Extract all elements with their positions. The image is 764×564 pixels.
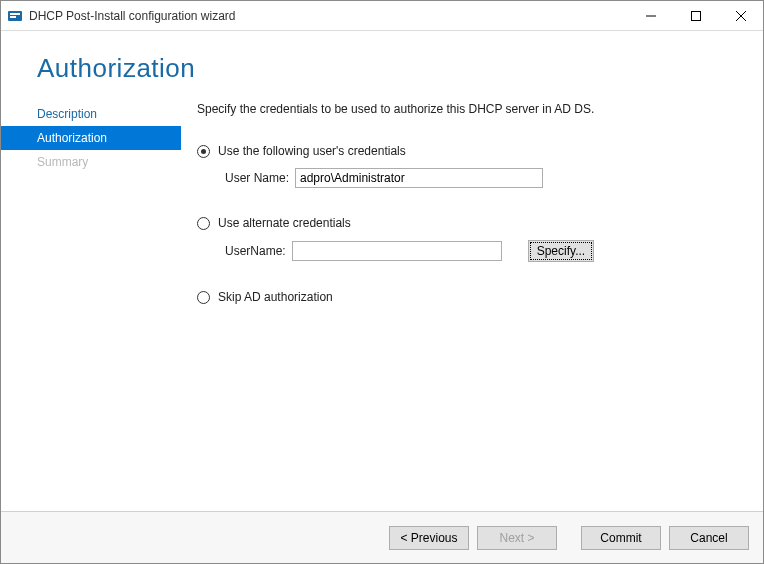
- alt-username-field-row: UserName: Specify...: [225, 240, 735, 262]
- option-label: Skip AD authorization: [218, 290, 333, 304]
- alt-username-input[interactable]: [292, 241, 502, 261]
- option-label: Use the following user's credentials: [218, 144, 406, 158]
- option-use-following-credentials[interactable]: Use the following user's credentials: [197, 144, 735, 158]
- window-controls: [628, 1, 763, 30]
- maximize-button[interactable]: [673, 1, 718, 30]
- option-use-alternate-credentials[interactable]: Use alternate credentials: [197, 216, 735, 230]
- alt-username-label: UserName:: [225, 244, 286, 258]
- close-button[interactable]: [718, 1, 763, 30]
- radio-icon[interactable]: [197, 145, 210, 158]
- svg-rect-2: [10, 16, 16, 18]
- sidebar-item-authorization[interactable]: Authorization: [1, 126, 181, 150]
- sidebar-item-description[interactable]: Description: [1, 102, 181, 126]
- username-input[interactable]: [295, 168, 543, 188]
- radio-icon[interactable]: [197, 291, 210, 304]
- option-skip-ad-authorization[interactable]: Skip AD authorization: [197, 290, 735, 304]
- commit-button[interactable]: Commit: [581, 526, 661, 550]
- cancel-button[interactable]: Cancel: [669, 526, 749, 550]
- next-button: Next >: [477, 526, 557, 550]
- option-label: Use alternate credentials: [218, 216, 351, 230]
- page-title: Authorization: [37, 53, 195, 84]
- svg-rect-4: [691, 11, 700, 20]
- previous-button[interactable]: < Previous: [389, 526, 469, 550]
- wizard-content: Specify the credentials to be used to au…: [181, 96, 763, 500]
- username-field-row: User Name:: [225, 168, 735, 188]
- window-title: DHCP Post-Install configuration wizard: [29, 9, 236, 23]
- username-label: User Name:: [225, 171, 289, 185]
- wizard-footer: < Previous Next > Commit Cancel: [1, 511, 763, 563]
- sidebar-item-summary: Summary: [1, 150, 181, 174]
- wizard-body: Description Authorization Summary Specif…: [1, 96, 763, 500]
- radio-icon[interactable]: [197, 217, 210, 230]
- titlebar: DHCP Post-Install configuration wizard: [1, 1, 763, 31]
- intro-text: Specify the credentials to be used to au…: [197, 102, 735, 116]
- minimize-button[interactable]: [628, 1, 673, 30]
- svg-rect-1: [10, 13, 20, 15]
- page-header: Authorization: [1, 31, 763, 96]
- specify-button[interactable]: Specify...: [528, 240, 594, 262]
- app-icon: [7, 8, 23, 24]
- wizard-steps-sidebar: Description Authorization Summary: [1, 96, 181, 500]
